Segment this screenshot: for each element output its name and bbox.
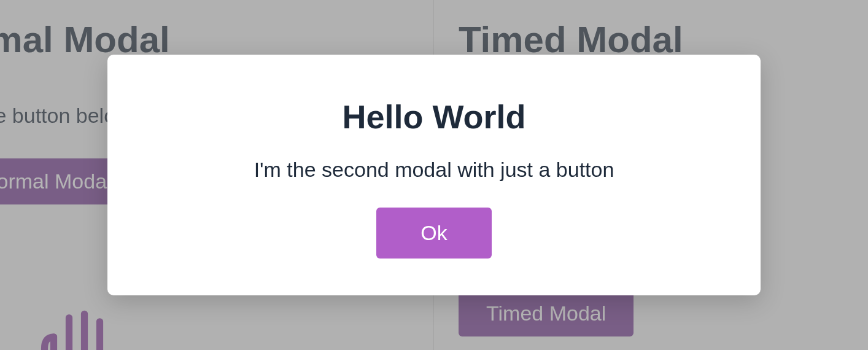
ok-button[interactable]: Ok: [376, 208, 491, 259]
modal-overlay[interactable]: Hello World I'm the second modal with ju…: [0, 0, 868, 350]
modal-body-text: I'm the second modal with just a button: [132, 158, 736, 182]
modal-dialog: Hello World I'm the second modal with ju…: [107, 55, 761, 295]
modal-title: Hello World: [132, 98, 736, 136]
